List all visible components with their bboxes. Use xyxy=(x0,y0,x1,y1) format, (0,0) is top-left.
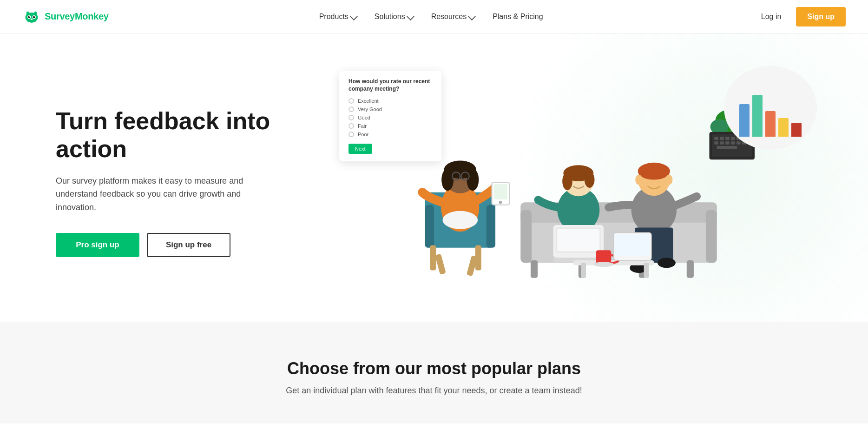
svg-rect-74 xyxy=(714,141,718,145)
svg-point-51 xyxy=(665,175,672,185)
login-button[interactable]: Log in xyxy=(754,9,789,25)
svg-point-23 xyxy=(442,211,478,229)
svg-point-59 xyxy=(593,262,613,267)
chart-bar-5 xyxy=(791,123,802,137)
nav-right: Log in Sign up xyxy=(754,7,846,26)
chart-bar-1 xyxy=(739,104,750,137)
bottom-subtitle: Get an individual plan with features tha… xyxy=(22,386,846,396)
survey-option-3: Good xyxy=(349,115,432,120)
svg-rect-33 xyxy=(706,210,717,263)
bottom-section: Choose from our most popular plans Get a… xyxy=(0,322,868,424)
svg-rect-69 xyxy=(720,137,724,140)
svg-rect-68 xyxy=(714,137,718,140)
hero-illustration: How would you rate our recent company me… xyxy=(316,61,831,303)
svg-point-6 xyxy=(33,16,35,18)
survey-radio-1 xyxy=(349,98,354,104)
survey-option-2: Very Good xyxy=(349,106,432,112)
survey-radio-2 xyxy=(349,106,354,112)
svg-point-8 xyxy=(34,16,35,17)
survey-radio-3 xyxy=(349,115,354,120)
survey-radio-5 xyxy=(349,132,354,137)
resources-chevron-icon xyxy=(468,13,476,20)
chart-bars xyxy=(739,90,802,137)
bottom-title: Choose from our most popular plans xyxy=(22,359,846,378)
survey-card-title: How would you rate our recent company me… xyxy=(349,78,432,93)
svg-point-42 xyxy=(585,172,595,188)
svg-rect-57 xyxy=(644,263,649,278)
svg-point-54 xyxy=(658,258,676,268)
hero-content: Turn feedback into action Our survey pla… xyxy=(56,107,316,257)
hero-subtitle: Our survey platform makes it easy to mea… xyxy=(56,174,279,214)
chart-bar-2 xyxy=(752,95,763,137)
svg-point-49 xyxy=(638,163,670,180)
hero-title: Turn feedback into action xyxy=(56,107,316,163)
survey-radio-4 xyxy=(349,123,354,129)
svg-rect-13 xyxy=(487,205,496,248)
solutions-chevron-icon xyxy=(407,13,414,20)
survey-next-button[interactable]: Next xyxy=(349,144,372,154)
survey-option-5: Poor xyxy=(349,132,432,137)
svg-rect-80 xyxy=(717,146,737,149)
survey-option-1: Excellent xyxy=(349,98,432,104)
nav-item-pricing[interactable]: Plans & Pricing xyxy=(485,9,551,25)
surveymonkey-logo-icon xyxy=(22,10,41,24)
signup-button[interactable]: Sign up xyxy=(796,7,846,26)
chart-bar-3 xyxy=(765,111,776,137)
svg-rect-37 xyxy=(687,260,694,278)
svg-rect-16 xyxy=(435,254,446,275)
svg-rect-32 xyxy=(520,210,532,263)
survey-card: How would you rate our recent company me… xyxy=(339,71,441,161)
products-chevron-icon xyxy=(350,13,358,20)
svg-point-2 xyxy=(34,11,37,15)
svg-rect-70 xyxy=(725,137,730,140)
logo-text: SurveyMonkey xyxy=(45,11,109,22)
svg-rect-45 xyxy=(557,229,599,252)
svg-point-50 xyxy=(635,175,642,185)
chart-bubble xyxy=(724,66,817,150)
nav-item-solutions[interactable]: Solutions xyxy=(367,9,420,25)
svg-rect-77 xyxy=(731,141,735,145)
svg-rect-61 xyxy=(615,234,650,256)
svg-point-7 xyxy=(29,16,30,17)
hero-buttons: Pro sign up Sign up free xyxy=(56,233,316,257)
svg-point-9 xyxy=(31,18,33,20)
svg-point-26 xyxy=(499,201,502,204)
svg-point-22 xyxy=(467,169,479,191)
svg-rect-71 xyxy=(731,137,735,140)
nav-center: Products Solutions Resources Plans & Pri… xyxy=(312,9,551,25)
survey-option-4: Fair xyxy=(349,123,432,129)
svg-rect-78 xyxy=(736,141,741,145)
svg-rect-34 xyxy=(531,260,538,278)
svg-point-41 xyxy=(562,172,572,190)
navbar: SurveyMonkey Products Solutions Resource… xyxy=(0,0,868,33)
svg-rect-12 xyxy=(425,205,434,248)
svg-point-21 xyxy=(441,169,454,191)
svg-rect-14 xyxy=(430,245,436,270)
pro-signup-button[interactable]: Pro sign up xyxy=(56,233,139,257)
svg-rect-75 xyxy=(720,141,724,145)
nav-item-products[interactable]: Products xyxy=(312,9,363,25)
svg-rect-25 xyxy=(494,184,507,199)
svg-rect-76 xyxy=(725,141,730,145)
svg-rect-56 xyxy=(581,263,586,278)
chart-bar-4 xyxy=(778,118,789,137)
hero-section: Turn feedback into action Our survey pla… xyxy=(0,33,868,322)
svg-point-1 xyxy=(26,11,29,15)
nav-item-resources[interactable]: Resources xyxy=(424,9,481,25)
logo-link[interactable]: SurveyMonkey xyxy=(22,10,109,24)
svg-point-5 xyxy=(28,16,31,18)
free-signup-button[interactable]: Sign up free xyxy=(147,233,230,257)
